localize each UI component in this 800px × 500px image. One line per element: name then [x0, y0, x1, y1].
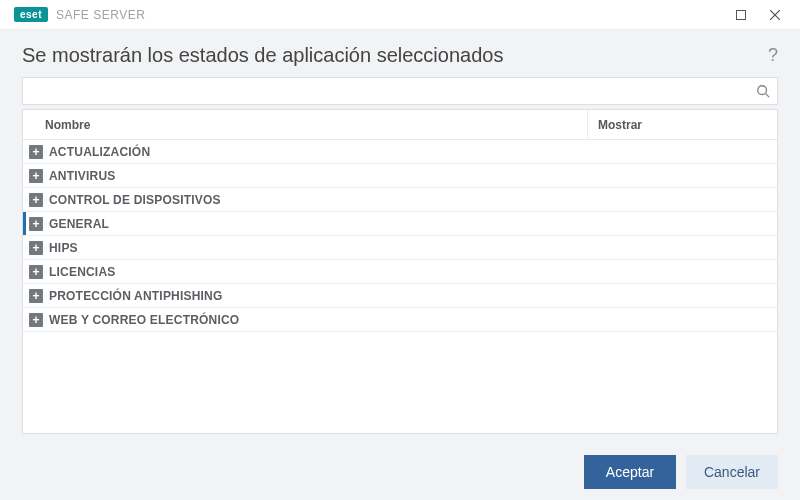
expand-icon[interactable]: +: [29, 289, 43, 303]
states-table: Nombre Mostrar +ACTUALIZACIÓN+ANTIVIRUS+…: [22, 109, 778, 434]
row-label: GENERAL: [49, 217, 109, 231]
table-header: Nombre Mostrar: [23, 110, 777, 140]
table-row[interactable]: +GENERAL: [23, 212, 777, 236]
search-bar: [22, 77, 778, 105]
row-label: CONTROL DE DISPOSITIVOS: [49, 193, 221, 207]
row-label: WEB Y CORREO ELECTRÓNICO: [49, 313, 239, 327]
table-row[interactable]: +PROTECCIÓN ANTIPHISHING: [23, 284, 777, 308]
content-area: Nombre Mostrar +ACTUALIZACIÓN+ANTIVIRUS+…: [0, 77, 800, 444]
help-icon[interactable]: ?: [768, 45, 778, 66]
page-title: Se mostrarán los estados de aplicación s…: [22, 44, 768, 67]
table-row[interactable]: +WEB Y CORREO ELECTRÓNICO: [23, 308, 777, 332]
column-header-name[interactable]: Nombre: [23, 110, 587, 139]
search-icon[interactable]: [749, 84, 777, 98]
table-row[interactable]: +CONTROL DE DISPOSITIVOS: [23, 188, 777, 212]
expand-icon[interactable]: +: [29, 217, 43, 231]
maximize-icon: [736, 10, 746, 20]
table-row[interactable]: +ACTUALIZACIÓN: [23, 140, 777, 164]
product-name: SAFE SERVER: [56, 8, 145, 22]
expand-icon[interactable]: +: [29, 241, 43, 255]
close-icon: [770, 10, 780, 20]
row-label: LICENCIAS: [49, 265, 115, 279]
table-row[interactable]: +LICENCIAS: [23, 260, 777, 284]
column-header-mostrar[interactable]: Mostrar: [587, 110, 777, 139]
table-body: +ACTUALIZACIÓN+ANTIVIRUS+CONTROL DE DISP…: [23, 140, 777, 433]
row-label: ACTUALIZACIÓN: [49, 145, 150, 159]
expand-icon[interactable]: +: [29, 145, 43, 159]
maximize-button[interactable]: [724, 1, 758, 29]
cancel-button[interactable]: Cancelar: [686, 455, 778, 489]
expand-icon[interactable]: +: [29, 265, 43, 279]
expand-icon[interactable]: +: [29, 313, 43, 327]
page-header: Se mostrarán los estados de aplicación s…: [0, 30, 800, 77]
expand-icon[interactable]: +: [29, 169, 43, 183]
row-label: ANTIVIRUS: [49, 169, 115, 183]
row-label: HIPS: [49, 241, 78, 255]
svg-line-4: [766, 94, 770, 98]
table-row[interactable]: +HIPS: [23, 236, 777, 260]
svg-point-3: [758, 86, 767, 95]
table-row[interactable]: +ANTIVIRUS: [23, 164, 777, 188]
dialog-footer: Aceptar Cancelar: [0, 444, 800, 500]
titlebar: eset SAFE SERVER: [0, 0, 800, 30]
search-input[interactable]: [23, 78, 749, 104]
row-label: PROTECCIÓN ANTIPHISHING: [49, 289, 223, 303]
brand-badge: eset: [14, 7, 48, 22]
svg-rect-0: [737, 10, 746, 19]
accept-button[interactable]: Aceptar: [584, 455, 676, 489]
window: eset SAFE SERVER Se mostrarán los estado…: [0, 0, 800, 500]
expand-icon[interactable]: +: [29, 193, 43, 207]
close-button[interactable]: [758, 1, 792, 29]
